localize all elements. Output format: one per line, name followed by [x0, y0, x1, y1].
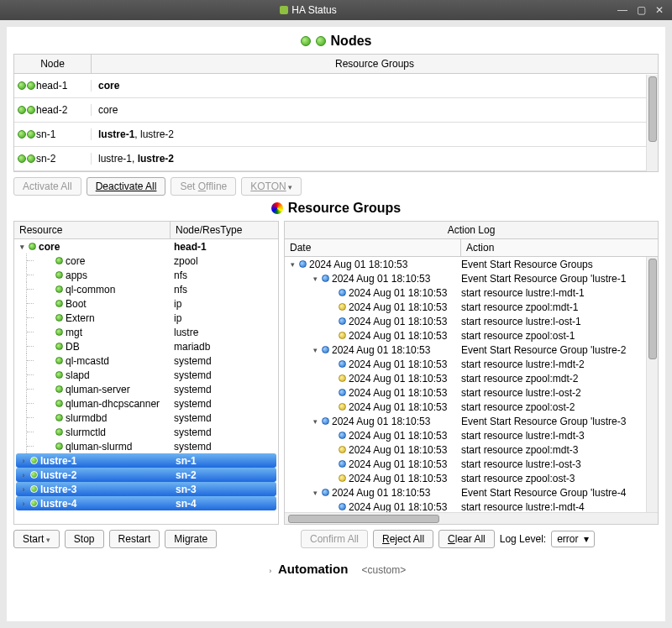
caret-icon[interactable]: ▾ [311, 489, 319, 497]
caret-icon[interactable]: ▾ [311, 346, 319, 354]
chevron-right-icon: › [266, 567, 275, 575]
status-dot-icon [339, 389, 346, 396]
res-type: ip [174, 312, 278, 324]
tree-row[interactable]: slurmdbdsystemd [14, 411, 278, 425]
tree-row[interactable]: ▾ corehead-1 [14, 239, 278, 254]
automation-section[interactable]: › Automation <custom> [10, 553, 662, 584]
res-col-resource[interactable]: Resource [14, 222, 171, 238]
log-col-date[interactable]: Date [285, 239, 461, 256]
tree-row[interactable]: appsnfs [14, 268, 278, 282]
migrate-button[interactable]: Migrate [165, 530, 217, 548]
start-button[interactable]: Start [13, 530, 60, 548]
log-row[interactable]: 2024 Aug 01 18:10:53start resource lustr… [285, 428, 658, 442]
log-row[interactable]: 2024 Aug 01 18:10:53start resource zpool… [285, 371, 658, 385]
log-ts: 2024 Aug 01 18:10:53 [309, 259, 407, 270]
tree-row[interactable]: Externip [14, 311, 278, 325]
log-row[interactable]: 2024 Aug 01 18:10:53start resource zpool… [285, 328, 658, 343]
status-dot-icon [339, 432, 346, 439]
caret-right-icon[interactable]: › [19, 457, 28, 465]
tree-row[interactable]: qluman-dhcpscannersystemd [14, 396, 278, 411]
nodes-col-rg[interactable]: Resource Groups [92, 55, 658, 73]
log-action: start resource zpool:ost-3 [461, 473, 658, 484]
koton-dropdown[interactable]: KOTON [241, 177, 302, 196]
node-row[interactable]: head-1core [14, 74, 658, 98]
restart-button[interactable]: Restart [109, 530, 160, 548]
deactivate-all-button[interactable]: Deactivate All [87, 177, 166, 196]
log-action: start resource zpool:mdt-3 [461, 444, 658, 456]
nodes-scrollbar[interactable] [646, 75, 658, 171]
node-row[interactable]: sn-2lustre-1, lustre-2 [14, 147, 658, 171]
log-row[interactable]: ▾ 2024 Aug 01 18:10:53Event Start Resour… [285, 414, 658, 428]
activate-all-button[interactable]: Activate All [13, 177, 81, 196]
nodes-col-node[interactable]: Node [14, 55, 92, 73]
caret-right-icon[interactable]: › [19, 500, 28, 508]
caret-down-icon[interactable]: ▾ [18, 243, 26, 251]
log-action: Event Start Resource Group 'lustre-1 [461, 273, 658, 285]
status-dot-icon [339, 317, 346, 325]
log-row[interactable]: ▾ 2024 Aug 01 18:10:53Event Start Resour… [285, 485, 658, 500]
tree-row[interactable]: › lustre-3sn-3 [16, 482, 276, 496]
caret-icon[interactable]: ▾ [311, 417, 319, 426]
tree-row[interactable]: slapdsystemd [14, 368, 278, 382]
log-action: start resource lustre:l-ost-2 [461, 387, 658, 399]
node-name: sn-1 [36, 128, 55, 140]
tree-row[interactable]: ql-mcastdsystemd [14, 353, 278, 368]
reject-all-button[interactable]: Reject All [373, 530, 433, 548]
confirm-all-button[interactable]: Confirm All [301, 530, 368, 548]
tree-row[interactable]: mgtlustre [14, 325, 278, 339]
maximize-button[interactable]: ▢ [633, 3, 648, 18]
caret-icon[interactable]: ▾ [288, 260, 297, 269]
status-dot-icon [299, 260, 307, 268]
res-col-nodetype[interactable]: Node/ResType [171, 222, 278, 238]
log-row[interactable]: 2024 Aug 01 18:10:53start resource zpool… [285, 400, 658, 414]
log-vscrollbar[interactable] [646, 257, 658, 512]
log-row[interactable]: 2024 Aug 01 18:10:53start resource lustr… [285, 285, 658, 300]
node-row[interactable]: sn-1lustre-1, lustre-2 [14, 123, 658, 147]
log-row[interactable]: 2024 Aug 01 18:10:53start resource lustr… [285, 457, 658, 471]
status-dot-icon [55, 343, 63, 350]
tree-row[interactable]: › lustre-2sn-2 [16, 468, 276, 482]
tree-row[interactable]: qluman-slurmdsystemd [14, 439, 278, 453]
log-row[interactable]: 2024 Aug 01 18:10:53start resource zpool… [285, 300, 658, 314]
tree-row[interactable]: DBmariadb [14, 339, 278, 353]
log-row[interactable]: 2024 Aug 01 18:10:53start resource lustr… [285, 314, 658, 328]
clear-all-button[interactable]: Clear All [438, 530, 495, 548]
log-action: start resource lustre:l-mdt-2 [461, 358, 658, 370]
log-action: start resource lustre:l-mdt-3 [461, 430, 658, 442]
log-row[interactable]: ▾ 2024 Aug 01 18:10:53Event Start Resour… [285, 271, 658, 285]
loglevel-select[interactable]: error ▾ [551, 531, 595, 547]
caret-icon[interactable]: ▾ [311, 275, 319, 283]
res-node: sn-3 [176, 484, 276, 495]
resource-tree[interactable]: Resource Node/ResType ▾ corehead-1 corez… [13, 221, 279, 525]
node-rg: lustre-1, lustre-2 [92, 153, 658, 165]
res-name: core [66, 255, 85, 267]
tree-row[interactable]: slurmctldsystemd [14, 425, 278, 439]
tree-row[interactable]: qluman-serversystemd [14, 382, 278, 396]
log-row[interactable]: 2024 Aug 01 18:10:53start resource lustr… [285, 385, 658, 400]
tree-row[interactable]: ql-commonnfs [14, 282, 278, 296]
log-row[interactable]: ▾ 2024 Aug 01 18:10:53Event Start Resour… [285, 257, 658, 271]
node-row[interactable]: head-2core [14, 98, 658, 123]
log-hscrollbar[interactable] [285, 512, 658, 524]
log-row[interactable]: 2024 Aug 01 18:10:53start resource lustr… [285, 500, 658, 512]
close-button[interactable]: ✕ [652, 3, 667, 18]
log-row[interactable]: ▾ 2024 Aug 01 18:10:53Event Start Resour… [285, 343, 658, 357]
minimize-button[interactable]: — [615, 3, 630, 18]
tree-row[interactable]: corezpool [14, 254, 278, 268]
action-log-title: Action Log [285, 222, 658, 239]
status-dot-icon [322, 275, 329, 282]
log-row[interactable]: 2024 Aug 01 18:10:53start resource lustr… [285, 357, 658, 371]
caret-right-icon[interactable]: › [19, 471, 28, 479]
log-row[interactable]: 2024 Aug 01 18:10:53start resource zpool… [285, 442, 658, 457]
res-node: head-1 [174, 241, 278, 253]
tree-row[interactable]: › lustre-4sn-4 [16, 496, 276, 510]
tree-row[interactable]: › lustre-1sn-1 [16, 453, 276, 468]
log-col-action[interactable]: Action [461, 239, 499, 256]
tree-row[interactable]: Bootip [14, 296, 278, 311]
log-ts: 2024 Aug 01 18:10:53 [349, 430, 447, 442]
log-row[interactable]: 2024 Aug 01 18:10:53start resource zpool… [285, 471, 658, 485]
set-offline-button[interactable]: Set Offline [171, 177, 236, 196]
caret-right-icon[interactable]: › [19, 485, 28, 494]
stop-button[interactable]: Stop [65, 530, 104, 548]
status-dot-icon [18, 130, 26, 139]
